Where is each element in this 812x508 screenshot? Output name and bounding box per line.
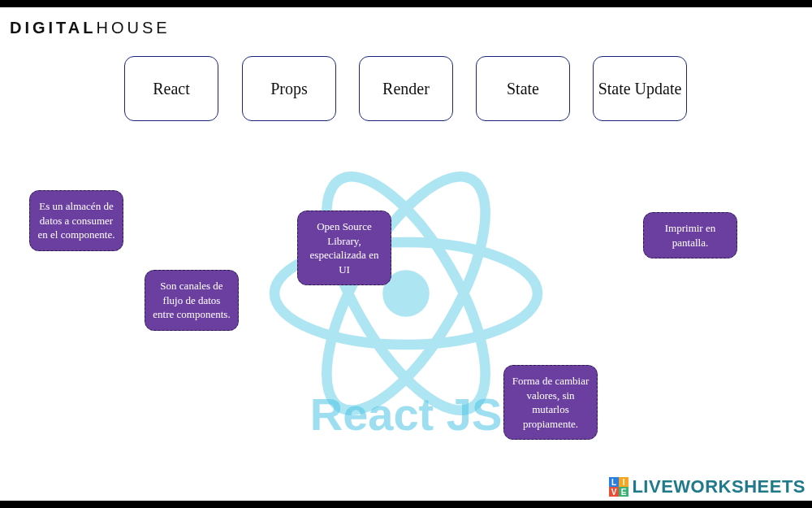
brand-part1: DIGITAL (10, 19, 97, 37)
card-text: Son canales de flujo de datos entre comp… (153, 280, 230, 320)
dropzone-label: State Update (598, 80, 682, 98)
brand-part2: HOUSE (97, 19, 171, 37)
card-state-update-def[interactable]: Forma de cambiar valores, sin mutarlos p… (503, 365, 598, 440)
brand-logo: DIGITALHOUSE (10, 19, 171, 37)
liveworksheets-text: LIVEWORKSHEETS (632, 476, 806, 497)
dropzone-state[interactable]: State (476, 56, 570, 121)
badge-cell: V (609, 487, 619, 497)
card-state-def[interactable]: Es un almacén de datos a consumer en el … (29, 190, 123, 251)
dropzone-label: State (507, 80, 539, 98)
dropzone-label: Props (270, 80, 308, 98)
card-text: Imprimir en pantalla. (665, 222, 715, 249)
card-react-def[interactable]: Open Source Library, especializada en UI (297, 211, 391, 285)
dropzone-state-update[interactable]: State Update (593, 56, 687, 121)
svg-point-2 (296, 154, 516, 433)
liveworksheets-logo: L I V E LIVEWORKSHEETS (609, 476, 806, 497)
dropzone-label: Render (382, 80, 430, 98)
card-text: Es un almacén de datos a consumer en el … (38, 200, 115, 241)
svg-point-1 (296, 154, 516, 433)
react-text-watermark: React JS (310, 388, 503, 441)
dropzone-label: React (153, 80, 190, 98)
liveworksheets-badge-icon: L I V E (609, 477, 628, 497)
card-text: Open Source Library, especializada en UI (310, 220, 379, 276)
card-render-def[interactable]: Imprimir en pantalla. (643, 212, 737, 258)
badge-cell: E (619, 487, 628, 497)
card-props-def[interactable]: Son canales de flujo de datos entre comp… (145, 270, 239, 331)
worksheet-sheet: DIGITALHOUSE React JS React Props Render… (0, 7, 812, 501)
badge-cell: L (609, 477, 619, 487)
dropzone-props[interactable]: Props (242, 56, 336, 121)
dropzone-react[interactable]: React (124, 56, 218, 121)
card-text: Forma de cambiar valores, sin mutarlos p… (512, 375, 590, 430)
dropzone-render[interactable]: Render (359, 56, 453, 121)
badge-cell: I (619, 477, 628, 487)
